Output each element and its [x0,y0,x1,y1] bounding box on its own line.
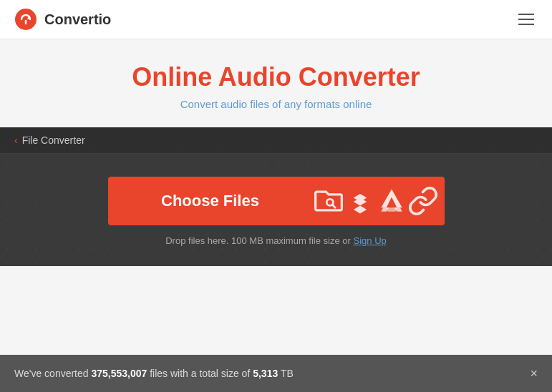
hamburger-line-1 [518,14,534,15]
breadcrumb-arrow-icon: ‹ [14,134,18,146]
choose-files-button[interactable]: Choose Files [108,177,445,225]
banner-suffix: TB [281,368,294,379]
banner-prefix: We've converted [14,368,89,379]
link-icon[interactable] [407,177,439,225]
svg-line-3 [332,205,334,207]
hero-section: Online Audio Converter Convert audio fil… [0,39,552,127]
converter-area: ‹ File Converter Choose Files [0,127,552,266]
bottom-banner: We've converted 375,553,007 files with a… [0,355,552,392]
banner-file-count: 375,553,007 [91,368,147,379]
drop-hint-text: Drop files here. 100 MB maximum file siz… [165,235,351,246]
logo-area: Convertio [14,8,111,31]
page-title: Online Audio Converter [14,62,538,92]
close-banner-button[interactable]: × [530,366,538,381]
drop-hint: Drop files here. 100 MB maximum file siz… [165,235,387,246]
source-icons [313,177,445,225]
banner-text: We've converted 375,553,007 files with a… [14,368,294,379]
hamburger-line-2 [518,19,534,20]
banner-size: 5,313 [253,368,278,379]
drop-zone: Choose Files [0,154,552,266]
choose-files-label: Choose Files [108,192,313,210]
logo-text: Convertio [44,11,111,28]
folder-search-icon[interactable] [313,177,344,225]
breadcrumb: ‹ File Converter [0,127,552,154]
page-subtitle: Convert audio files of any formats onlin… [14,98,538,110]
hamburger-line-3 [518,24,534,25]
sign-up-link[interactable]: Sign Up [354,235,387,246]
google-drive-icon[interactable] [376,177,407,225]
hamburger-menu[interactable] [515,10,538,29]
header: Convertio [0,0,552,39]
svg-point-0 [15,9,37,30]
banner-middle: files with a total size of [150,368,250,379]
dropbox-icon[interactable] [344,177,376,225]
convertio-logo-icon [14,8,37,31]
breadcrumb-label[interactable]: File Converter [22,134,85,146]
